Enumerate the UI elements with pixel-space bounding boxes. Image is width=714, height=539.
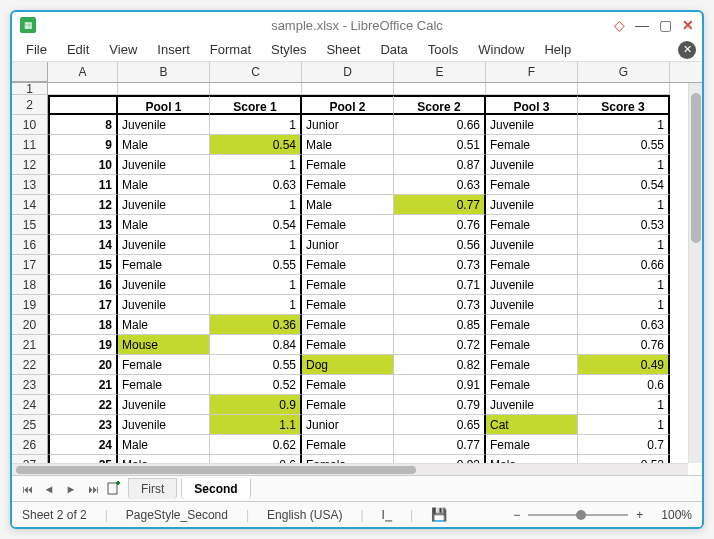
cell[interactable]: 1 — [578, 415, 670, 435]
cell[interactable]: Juvenile — [118, 295, 210, 315]
slider-thumb[interactable] — [576, 510, 586, 520]
close-document-button[interactable]: ✕ — [678, 41, 696, 59]
cell[interactable]: Female — [302, 215, 394, 235]
cell[interactable]: Male — [118, 215, 210, 235]
row-header[interactable]: 11 — [12, 135, 48, 155]
menu-sheet[interactable]: Sheet — [318, 40, 368, 59]
row-header[interactable]: 15 — [12, 215, 48, 235]
cell[interactable]: 0.62 — [210, 435, 302, 455]
cell[interactable]: 17 — [48, 295, 118, 315]
cell[interactable]: Pool 2 — [302, 95, 394, 115]
cell[interactable]: 1 — [210, 195, 302, 215]
cell[interactable]: Female — [486, 215, 578, 235]
cell[interactable]: 19 — [48, 335, 118, 355]
cell[interactable]: 1 — [210, 295, 302, 315]
cell[interactable]: 18 — [48, 315, 118, 335]
cell[interactable]: Female — [302, 455, 394, 463]
cell[interactable] — [486, 83, 578, 95]
cell[interactable]: Juvenile — [118, 155, 210, 175]
sheet-tab-second[interactable]: Second — [181, 478, 250, 499]
language[interactable]: English (USA) — [267, 508, 342, 522]
slider-track[interactable] — [528, 514, 628, 516]
cell[interactable]: Female — [486, 375, 578, 395]
cell[interactable]: 16 — [48, 275, 118, 295]
cell[interactable]: 0.49 — [578, 355, 670, 375]
menu-help[interactable]: Help — [536, 40, 579, 59]
insert-mode-icon[interactable]: I⎯ — [382, 508, 392, 522]
cell[interactable]: 0.55 — [578, 135, 670, 155]
cell[interactable]: 0.54 — [578, 175, 670, 195]
cell[interactable]: Female — [486, 355, 578, 375]
row-header[interactable]: 16 — [12, 235, 48, 255]
first-sheet-button[interactable]: ⏮ — [18, 480, 36, 498]
cell[interactable]: Female — [486, 315, 578, 335]
cell[interactable]: 1 — [210, 235, 302, 255]
cell[interactable]: 0.71 — [394, 275, 486, 295]
menu-tools[interactable]: Tools — [420, 40, 466, 59]
prev-sheet-button[interactable]: ◄ — [40, 480, 58, 498]
menu-data[interactable]: Data — [372, 40, 415, 59]
row-header[interactable]: 1 — [12, 83, 48, 95]
cell[interactable] — [394, 83, 486, 95]
cell[interactable]: Mouse — [118, 335, 210, 355]
cell[interactable]: 24 — [48, 435, 118, 455]
cell[interactable]: Juvenile — [118, 415, 210, 435]
col-header-B[interactable]: B — [118, 62, 210, 82]
cell[interactable]: Score 1 — [210, 95, 302, 115]
zoom-slider[interactable]: − + — [513, 508, 643, 522]
cell[interactable]: Male — [118, 435, 210, 455]
cell[interactable]: 15 — [48, 255, 118, 275]
save-icon[interactable]: 💾 — [431, 507, 447, 522]
cell[interactable]: Female — [302, 375, 394, 395]
col-header-G[interactable]: G — [578, 62, 670, 82]
cell[interactable]: 0.51 — [394, 135, 486, 155]
col-header-E[interactable]: E — [394, 62, 486, 82]
cell[interactable]: 1 — [578, 155, 670, 175]
cell[interactable]: 0.9 — [210, 395, 302, 415]
add-sheet-button[interactable] — [106, 480, 124, 498]
cell[interactable]: Female — [486, 255, 578, 275]
cell[interactable]: 0.87 — [394, 155, 486, 175]
cell[interactable]: 0.77 — [394, 195, 486, 215]
cell[interactable]: 1 — [210, 115, 302, 135]
cell[interactable]: Pool 3 — [486, 95, 578, 115]
cell[interactable]: 11 — [48, 175, 118, 195]
menu-format[interactable]: Format — [202, 40, 259, 59]
col-header-C[interactable]: C — [210, 62, 302, 82]
cell[interactable]: 0.66 — [394, 115, 486, 135]
cell[interactable]: 0.85 — [394, 315, 486, 335]
cell[interactable]: 1 — [578, 395, 670, 415]
menu-styles[interactable]: Styles — [263, 40, 314, 59]
cell[interactable]: 0.6 — [210, 455, 302, 463]
cell[interactable]: Score 3 — [578, 95, 670, 115]
cell[interactable]: 0.7 — [578, 435, 670, 455]
scrollbar-thumb[interactable] — [691, 93, 701, 243]
cell[interactable]: 1 — [578, 235, 670, 255]
cell[interactable]: 0.63 — [210, 175, 302, 195]
close-button[interactable]: ✕ — [682, 17, 694, 33]
cell[interactable]: Female — [302, 255, 394, 275]
row-header[interactable]: 27 — [12, 455, 48, 463]
minimize-button[interactable]: — — [635, 17, 649, 33]
menu-window[interactable]: Window — [470, 40, 532, 59]
cell[interactable]: Female — [486, 175, 578, 195]
cell[interactable]: Juvenile — [486, 115, 578, 135]
cell[interactable]: Cat — [486, 415, 578, 435]
cell[interactable]: Female — [118, 375, 210, 395]
cell[interactable]: 0.82 — [394, 355, 486, 375]
cell[interactable]: Female — [302, 335, 394, 355]
cell[interactable]: Juvenile — [486, 235, 578, 255]
zoom-out-button[interactable]: − — [513, 508, 520, 522]
row-header[interactable]: 13 — [12, 175, 48, 195]
cell[interactable]: Female — [302, 155, 394, 175]
cell[interactable]: Juvenile — [118, 115, 210, 135]
cell[interactable]: Female — [118, 255, 210, 275]
horizontal-scrollbar[interactable] — [12, 463, 688, 475]
cell[interactable]: 1 — [578, 295, 670, 315]
cell[interactable]: 0.36 — [210, 315, 302, 335]
cell[interactable]: Male — [118, 315, 210, 335]
cell[interactable]: 0.52 — [210, 375, 302, 395]
cell[interactable]: 1.1 — [210, 415, 302, 435]
row-header[interactable]: 10 — [12, 115, 48, 135]
cell[interactable]: Junior — [302, 415, 394, 435]
